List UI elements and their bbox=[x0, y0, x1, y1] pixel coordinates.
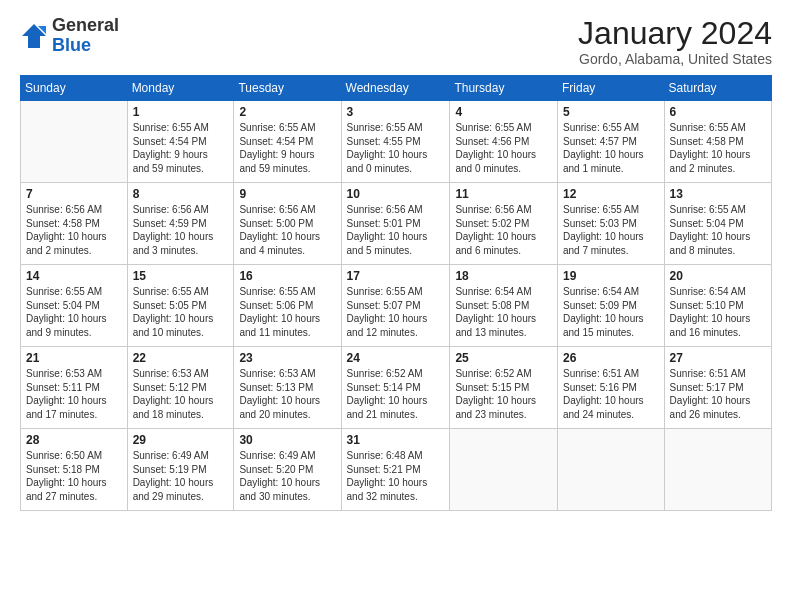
table-row: 9Sunrise: 6:56 AMSunset: 5:00 PMDaylight… bbox=[234, 183, 341, 265]
day-info: Sunrise: 6:55 AMSunset: 4:54 PMDaylight:… bbox=[133, 121, 229, 175]
calendar-week-row: 14Sunrise: 6:55 AMSunset: 5:04 PMDayligh… bbox=[21, 265, 772, 347]
calendar-week-row: 1Sunrise: 6:55 AMSunset: 4:54 PMDaylight… bbox=[21, 101, 772, 183]
day-info: Sunrise: 6:51 AMSunset: 5:17 PMDaylight:… bbox=[670, 367, 766, 421]
logo: General Blue bbox=[20, 16, 119, 56]
day-info: Sunrise: 6:55 AMSunset: 4:58 PMDaylight:… bbox=[670, 121, 766, 175]
day-number: 6 bbox=[670, 105, 766, 119]
day-number: 10 bbox=[347, 187, 445, 201]
day-info: Sunrise: 6:53 AMSunset: 5:11 PMDaylight:… bbox=[26, 367, 122, 421]
calendar-table: Sunday Monday Tuesday Wednesday Thursday… bbox=[20, 75, 772, 511]
day-info: Sunrise: 6:54 AMSunset: 5:10 PMDaylight:… bbox=[670, 285, 766, 339]
table-row: 6Sunrise: 6:55 AMSunset: 4:58 PMDaylight… bbox=[664, 101, 771, 183]
col-sunday: Sunday bbox=[21, 76, 128, 101]
day-info: Sunrise: 6:56 AMSunset: 5:00 PMDaylight:… bbox=[239, 203, 335, 257]
table-row: 18Sunrise: 6:54 AMSunset: 5:08 PMDayligh… bbox=[450, 265, 558, 347]
day-info: Sunrise: 6:56 AMSunset: 4:58 PMDaylight:… bbox=[26, 203, 122, 257]
day-number: 3 bbox=[347, 105, 445, 119]
day-info: Sunrise: 6:52 AMSunset: 5:15 PMDaylight:… bbox=[455, 367, 552, 421]
day-number: 26 bbox=[563, 351, 659, 365]
title-block: January 2024 Gordo, Alabama, United Stat… bbox=[578, 16, 772, 67]
day-number: 9 bbox=[239, 187, 335, 201]
day-number: 7 bbox=[26, 187, 122, 201]
day-number: 24 bbox=[347, 351, 445, 365]
day-number: 22 bbox=[133, 351, 229, 365]
col-thursday: Thursday bbox=[450, 76, 558, 101]
table-row: 23Sunrise: 6:53 AMSunset: 5:13 PMDayligh… bbox=[234, 347, 341, 429]
day-number: 18 bbox=[455, 269, 552, 283]
col-friday: Friday bbox=[557, 76, 664, 101]
day-number: 16 bbox=[239, 269, 335, 283]
day-info: Sunrise: 6:56 AMSunset: 4:59 PMDaylight:… bbox=[133, 203, 229, 257]
day-number: 11 bbox=[455, 187, 552, 201]
day-info: Sunrise: 6:49 AMSunset: 5:19 PMDaylight:… bbox=[133, 449, 229, 503]
table-row: 25Sunrise: 6:52 AMSunset: 5:15 PMDayligh… bbox=[450, 347, 558, 429]
day-info: Sunrise: 6:55 AMSunset: 4:55 PMDaylight:… bbox=[347, 121, 445, 175]
table-row bbox=[21, 101, 128, 183]
table-row: 15Sunrise: 6:55 AMSunset: 5:05 PMDayligh… bbox=[127, 265, 234, 347]
table-row: 31Sunrise: 6:48 AMSunset: 5:21 PMDayligh… bbox=[341, 429, 450, 511]
day-number: 20 bbox=[670, 269, 766, 283]
calendar-week-row: 28Sunrise: 6:50 AMSunset: 5:18 PMDayligh… bbox=[21, 429, 772, 511]
day-number: 13 bbox=[670, 187, 766, 201]
table-row: 3Sunrise: 6:55 AMSunset: 4:55 PMDaylight… bbox=[341, 101, 450, 183]
table-row: 8Sunrise: 6:56 AMSunset: 4:59 PMDaylight… bbox=[127, 183, 234, 265]
logo-blue: Blue bbox=[52, 35, 91, 55]
day-info: Sunrise: 6:55 AMSunset: 4:54 PMDaylight:… bbox=[239, 121, 335, 175]
day-number: 30 bbox=[239, 433, 335, 447]
header: General Blue January 2024 Gordo, Alabama… bbox=[20, 16, 772, 67]
day-info: Sunrise: 6:56 AMSunset: 5:02 PMDaylight:… bbox=[455, 203, 552, 257]
day-info: Sunrise: 6:48 AMSunset: 5:21 PMDaylight:… bbox=[347, 449, 445, 503]
table-row: 28Sunrise: 6:50 AMSunset: 5:18 PMDayligh… bbox=[21, 429, 128, 511]
table-row: 29Sunrise: 6:49 AMSunset: 5:19 PMDayligh… bbox=[127, 429, 234, 511]
day-number: 21 bbox=[26, 351, 122, 365]
logo-general: General bbox=[52, 15, 119, 35]
table-row: 24Sunrise: 6:52 AMSunset: 5:14 PMDayligh… bbox=[341, 347, 450, 429]
day-number: 28 bbox=[26, 433, 122, 447]
table-row: 7Sunrise: 6:56 AMSunset: 4:58 PMDaylight… bbox=[21, 183, 128, 265]
day-number: 1 bbox=[133, 105, 229, 119]
day-info: Sunrise: 6:55 AMSunset: 5:05 PMDaylight:… bbox=[133, 285, 229, 339]
day-info: Sunrise: 6:51 AMSunset: 5:16 PMDaylight:… bbox=[563, 367, 659, 421]
col-saturday: Saturday bbox=[664, 76, 771, 101]
day-number: 15 bbox=[133, 269, 229, 283]
table-row: 17Sunrise: 6:55 AMSunset: 5:07 PMDayligh… bbox=[341, 265, 450, 347]
table-row bbox=[557, 429, 664, 511]
logo-text: General Blue bbox=[52, 16, 119, 56]
table-row bbox=[664, 429, 771, 511]
day-info: Sunrise: 6:55 AMSunset: 4:56 PMDaylight:… bbox=[455, 121, 552, 175]
day-info: Sunrise: 6:55 AMSunset: 5:06 PMDaylight:… bbox=[239, 285, 335, 339]
day-number: 2 bbox=[239, 105, 335, 119]
table-row: 21Sunrise: 6:53 AMSunset: 5:11 PMDayligh… bbox=[21, 347, 128, 429]
table-row: 30Sunrise: 6:49 AMSunset: 5:20 PMDayligh… bbox=[234, 429, 341, 511]
day-number: 8 bbox=[133, 187, 229, 201]
day-number: 23 bbox=[239, 351, 335, 365]
day-info: Sunrise: 6:55 AMSunset: 5:03 PMDaylight:… bbox=[563, 203, 659, 257]
table-row: 11Sunrise: 6:56 AMSunset: 5:02 PMDayligh… bbox=[450, 183, 558, 265]
calendar-page: General Blue January 2024 Gordo, Alabama… bbox=[0, 0, 792, 612]
day-number: 27 bbox=[670, 351, 766, 365]
table-row: 4Sunrise: 6:55 AMSunset: 4:56 PMDaylight… bbox=[450, 101, 558, 183]
day-info: Sunrise: 6:56 AMSunset: 5:01 PMDaylight:… bbox=[347, 203, 445, 257]
day-number: 31 bbox=[347, 433, 445, 447]
day-info: Sunrise: 6:53 AMSunset: 5:13 PMDaylight:… bbox=[239, 367, 335, 421]
table-row: 20Sunrise: 6:54 AMSunset: 5:10 PMDayligh… bbox=[664, 265, 771, 347]
logo-icon bbox=[20, 22, 48, 50]
day-info: Sunrise: 6:55 AMSunset: 5:04 PMDaylight:… bbox=[26, 285, 122, 339]
day-info: Sunrise: 6:55 AMSunset: 5:07 PMDaylight:… bbox=[347, 285, 445, 339]
calendar-header-row: Sunday Monday Tuesday Wednesday Thursday… bbox=[21, 76, 772, 101]
day-info: Sunrise: 6:55 AMSunset: 5:04 PMDaylight:… bbox=[670, 203, 766, 257]
day-number: 29 bbox=[133, 433, 229, 447]
col-tuesday: Tuesday bbox=[234, 76, 341, 101]
day-info: Sunrise: 6:53 AMSunset: 5:12 PMDaylight:… bbox=[133, 367, 229, 421]
table-row: 10Sunrise: 6:56 AMSunset: 5:01 PMDayligh… bbox=[341, 183, 450, 265]
day-number: 19 bbox=[563, 269, 659, 283]
month-title: January 2024 bbox=[578, 16, 772, 51]
table-row: 22Sunrise: 6:53 AMSunset: 5:12 PMDayligh… bbox=[127, 347, 234, 429]
table-row: 12Sunrise: 6:55 AMSunset: 5:03 PMDayligh… bbox=[557, 183, 664, 265]
table-row: 5Sunrise: 6:55 AMSunset: 4:57 PMDaylight… bbox=[557, 101, 664, 183]
day-number: 17 bbox=[347, 269, 445, 283]
col-monday: Monday bbox=[127, 76, 234, 101]
day-info: Sunrise: 6:54 AMSunset: 5:08 PMDaylight:… bbox=[455, 285, 552, 339]
table-row: 14Sunrise: 6:55 AMSunset: 5:04 PMDayligh… bbox=[21, 265, 128, 347]
day-info: Sunrise: 6:50 AMSunset: 5:18 PMDaylight:… bbox=[26, 449, 122, 503]
